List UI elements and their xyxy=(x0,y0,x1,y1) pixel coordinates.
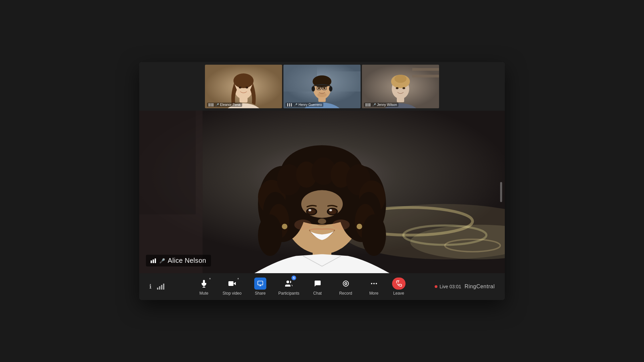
mute-icon-wrapper: ▲ xyxy=(198,278,210,290)
svg-rect-77 xyxy=(258,281,263,285)
svg-point-84 xyxy=(373,283,375,284)
app-window: ▌▌▌ 🎤 Eleanor Pena xyxy=(139,62,505,300)
signal-bar-4 xyxy=(163,284,164,290)
control-bar: ℹ ▲ Mute xyxy=(139,273,505,300)
mute-icon xyxy=(200,280,208,288)
svg-point-68 xyxy=(318,219,326,224)
main-mic-icon: 🎤 xyxy=(159,258,165,263)
svg-point-29 xyxy=(394,75,407,83)
participants-icon xyxy=(285,280,293,288)
scrollbar-hint xyxy=(500,182,502,202)
svg-point-67 xyxy=(329,209,332,211)
stop-video-arrow: ▲ xyxy=(237,277,239,280)
more-label: More xyxy=(369,291,378,296)
svg-rect-24 xyxy=(412,75,439,77)
signal-bar-3 xyxy=(161,285,162,290)
stop-video-icon xyxy=(228,280,236,288)
svg-point-20 xyxy=(323,87,325,89)
share-label: Share xyxy=(255,291,266,296)
mute-button[interactable]: ▲ Mute xyxy=(194,278,214,296)
share-icon-bg xyxy=(254,278,266,290)
svg-rect-34 xyxy=(139,111,196,215)
svg-point-83 xyxy=(371,283,372,284)
participants-button[interactable]: 5 Participants xyxy=(278,278,300,296)
signal-bar-2 xyxy=(159,286,160,290)
mute-arrow: ▲ xyxy=(209,277,211,280)
svg-rect-76 xyxy=(228,281,233,286)
svg-point-65 xyxy=(328,209,337,215)
thumb-label-eleanor: ▌▌▌ 🎤 Eleanor Pena xyxy=(207,103,242,107)
control-bar-left: ℹ xyxy=(149,283,164,290)
record-icon xyxy=(342,280,350,288)
record-button[interactable]: Record xyxy=(336,278,356,296)
signal-bar-1 xyxy=(157,288,158,290)
svg-point-85 xyxy=(376,283,377,284)
thumb-name-eleanor: Eleanor Pena xyxy=(220,103,240,107)
participants-badge: 5 xyxy=(291,276,296,280)
share-button[interactable]: Share xyxy=(250,278,270,296)
leave-button[interactable]: Leave xyxy=(392,278,406,296)
thumb-name-henry: Henry Guerrero xyxy=(299,103,322,107)
chat-label: Chat xyxy=(313,291,322,296)
svg-point-64 xyxy=(308,209,316,215)
thumb-name-jenny: Jenny Wilson xyxy=(377,103,397,107)
svg-point-19 xyxy=(318,87,320,89)
participants-label: Participants xyxy=(278,291,300,296)
control-bar-center: ▲ Mute ▲ Stop video xyxy=(194,278,406,296)
more-icon xyxy=(370,280,378,288)
svg-point-4 xyxy=(233,73,254,88)
svg-point-59 xyxy=(258,215,282,256)
more-icon-wrapper xyxy=(368,278,380,290)
signal-strength-icon[interactable] xyxy=(157,284,164,290)
svg-point-66 xyxy=(309,209,311,211)
svg-point-60 xyxy=(362,215,386,256)
mic-icon-eleanor: 🎤 xyxy=(215,103,219,107)
participant-thumb-jenny[interactable]: ▌▌▌ 🎤 Jenny Wilson xyxy=(362,65,439,108)
svg-rect-9 xyxy=(330,71,361,92)
control-bar-right: Live 03:01 RingCentral xyxy=(435,284,495,290)
svg-point-70 xyxy=(357,224,362,229)
mic-icon-jenny: 🎤 xyxy=(372,103,376,107)
participant-strip: ▌▌▌ 🎤 Eleanor Pena xyxy=(139,62,505,111)
thumb-label-henry: ▌▌▌ 🎤 Henry Guerrero xyxy=(285,103,323,107)
leave-label: Leave xyxy=(393,291,404,296)
participant-thumb-eleanor[interactable]: ▌▌▌ 🎤 Eleanor Pena xyxy=(205,65,282,108)
stop-video-icon-wrapper: ▲ xyxy=(226,278,238,290)
leave-icon xyxy=(395,280,402,287)
svg-point-15 xyxy=(329,86,332,92)
chat-button[interactable]: Chat xyxy=(308,278,328,296)
svg-point-72 xyxy=(332,220,350,230)
share-icon-wrapper xyxy=(254,278,266,290)
svg-point-5 xyxy=(239,86,241,88)
record-label: Record xyxy=(339,291,352,296)
record-icon-wrapper xyxy=(340,278,352,290)
participant-thumb-henry[interactable]: ▌▌▌ 🎤 Henry Guerrero xyxy=(283,65,361,108)
more-button[interactable]: More xyxy=(364,278,384,296)
signal-icon-jenny: ▌▌▌ xyxy=(366,103,371,106)
live-indicator: Live 03:01 xyxy=(435,284,461,289)
svg-point-79 xyxy=(286,281,289,283)
svg-point-21 xyxy=(317,93,327,97)
live-dot xyxy=(435,285,437,288)
ringcentral-logo: RingCentral xyxy=(465,284,495,290)
info-icon[interactable]: ℹ xyxy=(149,283,152,290)
svg-point-6 xyxy=(246,86,248,88)
mute-label: Mute xyxy=(200,291,209,296)
signal-icon-henry: ▌▌▌ xyxy=(287,103,293,106)
svg-point-82 xyxy=(345,283,346,284)
mic-icon-henry: 🎤 xyxy=(294,103,298,107)
svg-marker-75 xyxy=(233,282,236,285)
chat-icon-wrapper xyxy=(312,278,324,290)
svg-point-14 xyxy=(312,86,315,92)
share-icon xyxy=(257,280,264,287)
svg-point-30 xyxy=(396,87,398,89)
stop-video-button[interactable]: ▲ Stop video xyxy=(222,278,242,296)
signal-icon-eleanor: ▌▌▌ xyxy=(209,103,214,106)
svg-point-31 xyxy=(402,87,405,89)
main-participant-label: 🎤 Alice Nelson xyxy=(146,255,211,266)
chat-icon xyxy=(314,280,322,288)
stop-video-label: Stop video xyxy=(222,291,241,296)
leave-icon-wrapper xyxy=(392,278,406,290)
svg-rect-23 xyxy=(412,68,439,71)
svg-point-71 xyxy=(294,220,312,230)
